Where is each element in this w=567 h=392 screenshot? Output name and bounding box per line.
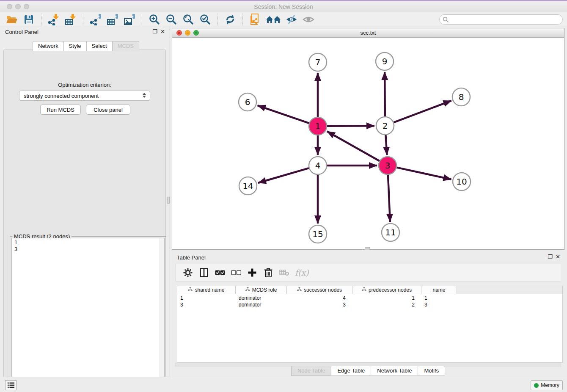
column-header-shared-name[interactable]: shared name [177,286,236,294]
refresh-layout-icon[interactable] [223,13,237,26]
toolbar-separator [83,14,83,25]
table-cell[interactable]: 3 [177,301,236,308]
table-cell[interactable]: 1 [177,295,236,301]
show-details-eye-icon[interactable] [301,13,316,26]
home-layout-icon[interactable] [265,13,282,26]
clone-network-icon[interactable] [248,13,262,26]
table-cell[interactable]: 1 [352,295,421,301]
graph-edge-2-9[interactable] [385,72,385,116]
graph-node-label-11: 11 [385,227,396,237]
toolbar-separator [41,14,41,25]
delete-table-icon-disabled [278,266,291,279]
tab-style[interactable]: Style [63,41,86,51]
network-view-window: ✕ − + scc.txt 1234678910111415 [172,28,564,250]
deselect-all-icon[interactable] [230,266,242,279]
tab-motifs[interactable]: Motifs [418,366,445,376]
graph-node-label-8: 8 [459,92,464,102]
zoom-out-icon[interactable] [164,13,179,26]
column-header-successor-nodes[interactable]: successor nodes [287,286,352,294]
table-row[interactable]: 1dominator411 [177,295,562,301]
open-session-icon[interactable] [5,13,19,26]
table-cell[interactable]: 3 [287,301,352,308]
network-window-title: scc.txt [172,30,564,36]
tab-select[interactable]: Select [86,41,112,51]
close-panel-icon[interactable]: ✕ [160,28,165,35]
window-title: Session: New Session [0,3,567,10]
graph-node-label-10: 10 [456,177,467,187]
memory-button[interactable]: Memory [531,380,563,390]
float-panel-icon[interactable]: ❐ [152,28,157,35]
export-network-icon[interactable] [88,13,103,26]
table-header-filler [457,286,562,294]
select-spinner-icon [143,93,146,98]
node-table: shared name MCDS role successor nodes pr… [177,286,563,363]
tab-mcds[interactable]: MCDS [112,41,139,51]
search-input[interactable] [439,14,563,25]
control-panel-tabs: Network Style Select MCDS [33,41,139,51]
result-scrollbar[interactable] [160,238,164,390]
tab-edge-table[interactable]: Edge Table [331,366,371,376]
zoom-fit-icon[interactable] [181,13,195,26]
table-cell[interactable]: dominator [236,301,287,308]
zoom-in-icon[interactable] [147,13,162,26]
network-canvas[interactable]: 1234678910111415 [172,38,564,249]
zoom-selected-icon[interactable] [198,13,212,26]
column-header-predecessor-nodes[interactable]: predecessor nodes [352,286,421,294]
graph-edge-2-3[interactable] [385,135,387,155]
export-table-icon[interactable] [105,13,120,26]
select-all-icon[interactable] [214,266,226,279]
float-table-panel-icon[interactable]: ❐ [548,254,553,260]
close-table-panel-icon[interactable]: ✕ [556,254,560,260]
split-divider-vertical[interactable] [170,26,170,377]
import-network-icon[interactable] [47,13,61,26]
table-tabs: Node Table Edge Table Network Table Moti… [172,366,564,376]
app-window: Session: New Session [0,0,567,392]
column-header-mcds-role[interactable]: MCDS role [236,286,287,294]
graph-edge-3-1[interactable] [327,131,380,161]
table-cell[interactable]: 3 [421,301,457,308]
control-panel: Control Panel ❐ ✕ Network Style Select M… [0,26,169,377]
memory-label: Memory [541,382,559,388]
graph-edge-3-11[interactable] [388,175,390,222]
graph-node-label-15: 15 [312,229,323,239]
show-columns-icon[interactable] [198,266,210,279]
graph-node-label-7: 7 [315,57,321,67]
table-header-row: shared name MCDS role successor nodes pr… [177,286,457,294]
graph-edge-1-2[interactable] [327,126,374,126]
mcds-result-textarea[interactable]: 1 3 [11,238,165,391]
control-panel-title: Control Panel [5,29,39,35]
run-mcds-button[interactable]: Run MCDS [40,105,81,115]
tab-network-table[interactable]: Network Table [371,366,418,376]
graph-edge-3-10[interactable] [396,168,451,179]
table-row[interactable]: 3dominator323 [177,301,562,308]
criterion-value: strongly connected component [24,93,99,99]
save-session-icon[interactable] [22,13,36,26]
criterion-select[interactable]: strongly connected component [19,91,150,101]
graph-edge-1-6[interactable] [258,105,309,123]
hide-graphics-details-icon[interactable] [284,13,299,26]
graph-edge-4-14[interactable] [258,168,309,183]
delete-columns-trash-icon[interactable] [262,266,275,279]
graph-node-label-6: 6 [245,97,250,107]
split-divider-handle[interactable] [167,197,170,204]
column-header-name[interactable]: name [421,286,457,294]
table-cell[interactable]: 2 [352,301,421,308]
window-titlebar: Session: New Session [0,0,567,11]
table-settings-gear-icon[interactable] [182,266,194,279]
table-cell[interactable]: 4 [287,295,352,301]
graph-edge-2-8[interactable] [394,101,451,122]
tab-network[interactable]: Network [33,41,63,51]
table-cell[interactable]: dominator [236,295,287,301]
export-image-icon[interactable] [122,13,137,26]
graph-node-label-4: 4 [315,160,321,171]
table-panel-title: Table Panel [177,254,206,261]
mcds-result-values: 1 3 [14,239,17,253]
close-panel-button[interactable]: Close panel [86,105,130,115]
create-column-plus-icon[interactable] [246,266,259,279]
graph-node-label-2: 2 [383,121,388,131]
import-table-icon[interactable] [63,13,78,26]
task-history-button[interactable] [5,380,17,390]
table-cell[interactable]: 1 [421,295,457,301]
split-divider-handle-horizontal[interactable] [365,247,370,250]
tab-node-table[interactable]: Node Table [291,366,331,376]
